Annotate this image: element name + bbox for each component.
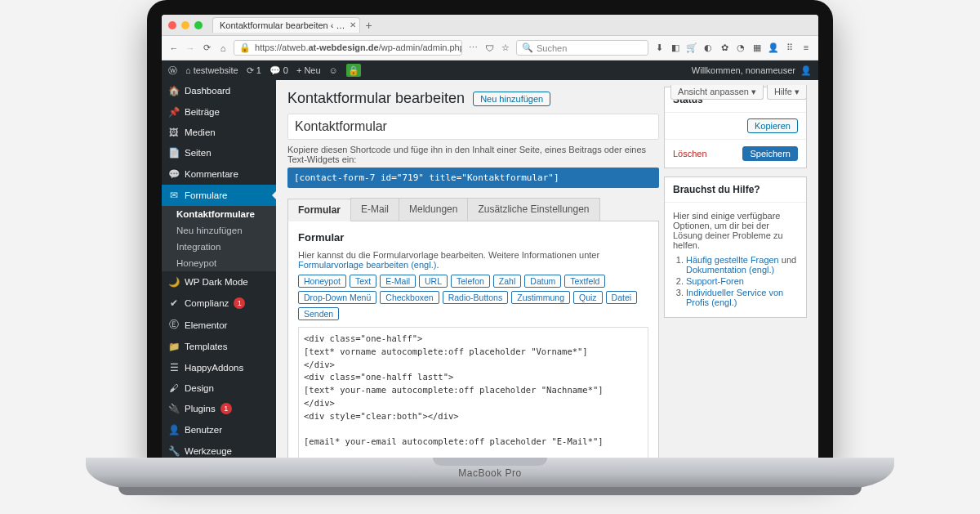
form-tag-button[interactable]: Text [350, 275, 376, 288]
window-minimize-dot[interactable] [181, 21, 189, 29]
save-button[interactable]: Speichern [742, 146, 798, 161]
sidebar-item-label: WP Dark Mode [185, 277, 248, 287]
address-bar[interactable]: 🔒 https://atweb.at-webdesign.de/wp-admin… [234, 40, 462, 56]
site-link[interactable]: ⌂ testwebsite [185, 65, 238, 75]
shortcode-field[interactable]: [contact-form-7 id="719" title="Kontaktf… [287, 168, 659, 188]
form-tag-button[interactable]: E-Mail [380, 275, 416, 288]
ext-icon[interactable]: 🛒 [686, 42, 697, 53]
screen-options-button[interactable]: Ansicht anpassen ▾ [670, 85, 764, 100]
sidebar-item-dashboard[interactable]: 🏠Dashboard [162, 80, 276, 101]
menu-icon[interactable]: ≡ [800, 42, 812, 53]
sidebar-item-benutzer[interactable]: 👤Benutzer [162, 419, 276, 440]
form-tag-button[interactable]: Datum [524, 275, 561, 288]
security-badge-icon[interactable]: 🔒 [346, 64, 361, 77]
form-tag-button[interactable]: Zahl [493, 275, 521, 288]
ext-icon[interactable]: ✿ [719, 42, 730, 53]
sidebar-item-label: Beiträge [185, 107, 220, 117]
support-link[interactable]: Support-Foren [686, 276, 744, 286]
form-tag-button[interactable]: Honeypot [298, 275, 346, 288]
ext-icon[interactable]: ◧ [670, 42, 681, 53]
count-badge: 1 [220, 403, 232, 414]
copy-button[interactable]: Kopieren [747, 118, 798, 133]
browser-tab[interactable]: Kontaktformular bearbeiten ‹ … ✕ [212, 17, 360, 33]
faq-link[interactable]: Häufig gestellte Fragen [686, 255, 779, 265]
form-tag-button[interactable]: Datei [606, 291, 638, 304]
back-icon[interactable]: ← [168, 43, 180, 53]
sidebar-item-label: HappyAddons [185, 363, 243, 373]
tab-formular[interactable]: Formular [287, 199, 351, 221]
doc-link[interactable]: Formularvorlage bearbeiten (engl.) [298, 260, 436, 270]
updates-link[interactable]: ⟳ 1 [247, 65, 261, 76]
pro-service-link[interactable]: Individueller Service von Profis (engl.) [686, 288, 783, 307]
sidebar-item-label: Design [185, 383, 214, 393]
form-editor-panel: Formular Hier kannst du die Formularvorl… [287, 221, 659, 466]
close-tab-icon[interactable]: ✕ [350, 20, 356, 29]
avatar-icon[interactable]: 👤 [800, 65, 812, 76]
help-item: Individueller Service von Profis (engl.) [686, 288, 798, 307]
sidebar-item-elementor[interactable]: ⒺElementor [162, 314, 276, 336]
laptop-base: MacBook Pro [86, 458, 894, 489]
form-tag-button[interactable]: Telefon [451, 275, 490, 288]
form-tag-button[interactable]: Quiz [573, 291, 603, 304]
sidebar-item-plugins[interactable]: 🔌Plugins1 [162, 398, 276, 419]
tab-zus-tzliche-einstellungen[interactable]: Zusätzliche Einstellungen [467, 198, 599, 221]
ext-icon[interactable]: ◔ [735, 42, 746, 53]
docs-link[interactable]: Dokumentation (engl.) [686, 265, 774, 275]
browser-tab-bar: Kontaktformular bearbeiten ‹ … ✕ + [162, 15, 818, 36]
sidebar-item-medien[interactable]: 🖼Medien [162, 123, 276, 142]
sidebar-item-kommentare[interactable]: 💬Kommentare [162, 163, 276, 185]
form-template-textarea[interactable]: <div class="one-halff"> [text* vorname a… [298, 327, 648, 466]
form-title-input[interactable] [287, 114, 659, 140]
adminbar-icon[interactable]: ☺ [329, 65, 338, 75]
ext-icon[interactable]: ⬇ [653, 42, 665, 53]
help-tab-button[interactable]: Hilfe ▾ [767, 85, 807, 100]
sidebar-item-complianz[interactable]: ✔Complianz1 [162, 293, 276, 314]
ext-icon[interactable]: ▦ [751, 42, 763, 53]
delete-link[interactable]: Löschen [673, 149, 707, 159]
shield-icon[interactable]: 🛡 [483, 43, 495, 53]
sidebar-item-design[interactable]: 🖌Design [162, 378, 276, 398]
sidebar-item-label: Elementor [185, 320, 227, 330]
forward-icon[interactable]: → [185, 43, 196, 53]
menu-icon: 🌙 [168, 276, 180, 288]
tab-meldungen[interactable]: Meldungen [399, 198, 468, 221]
new-link[interactable]: + Neu [296, 65, 321, 75]
form-tag-button[interactable]: Drop-Down Menü [298, 291, 376, 304]
sidebar-subitem[interactable]: Honeypot [162, 255, 276, 271]
form-tag-button[interactable]: URL [419, 275, 448, 288]
sidebar-item-happyaddons[interactable]: ☰HappyAddons [162, 357, 276, 378]
sidebar-item-beitr-ge[interactable]: 📌Beiträge [162, 101, 276, 123]
ext-icon[interactable]: ◐ [702, 42, 714, 53]
ext-icon[interactable]: 👤 [768, 42, 779, 53]
star-icon[interactable]: ☆ [500, 42, 511, 53]
wp-logo-icon[interactable]: ⓦ [168, 65, 177, 77]
form-tag-button[interactable]: Radio-Buttons [443, 291, 509, 304]
new-tab-button[interactable]: + [365, 19, 372, 32]
search-bar[interactable]: 🔍 Suchen [516, 40, 648, 56]
form-tag-button[interactable]: Textfeld [564, 275, 605, 288]
welcome-text[interactable]: Willkommen, nonameuser [692, 65, 795, 75]
sidebar-item-wp-dark-mode[interactable]: 🌙WP Dark Mode [162, 271, 276, 293]
panel-description: Hier kannst du die Formularvorlage bearb… [298, 250, 648, 270]
form-tag-button[interactable]: Zustimmung [511, 291, 570, 304]
menu-icon: ✔ [168, 297, 180, 309]
sidebar-item-label: Seiten [185, 148, 212, 158]
sidebar-item-seiten[interactable]: 📄Seiten [162, 142, 276, 163]
sidebar-item-templates[interactable]: 📁Templates [162, 336, 276, 357]
comments-link[interactable]: 💬 0 [270, 65, 288, 76]
ext-icon[interactable]: ⠿ [784, 42, 795, 53]
admin-content: Ansicht anpassen ▾ Hilfe ▾ Kontaktformul… [276, 80, 818, 466]
sidebar-item-formulare[interactable]: ✉Formulare [162, 185, 276, 206]
form-tag-button[interactable]: Senden [298, 307, 339, 320]
add-new-button[interactable]: Neu hinzufügen [473, 92, 550, 106]
sidebar-subitem[interactable]: Neu hinzufügen [162, 222, 276, 239]
tab-e-mail[interactable]: E-Mail [350, 198, 399, 221]
form-tag-button[interactable]: Checkboxen [380, 291, 439, 304]
reload-icon[interactable]: ⟳ [201, 42, 212, 53]
sidebar-item-label: Benutzer [185, 425, 222, 435]
home-icon[interactable]: ⌂ [217, 43, 229, 53]
window-close-dot[interactable] [168, 21, 176, 29]
sidebar-subitem[interactable]: Integration [162, 239, 276, 255]
sidebar-subitem[interactable]: Kontaktformulare [162, 206, 276, 222]
window-zoom-dot[interactable] [194, 21, 203, 29]
